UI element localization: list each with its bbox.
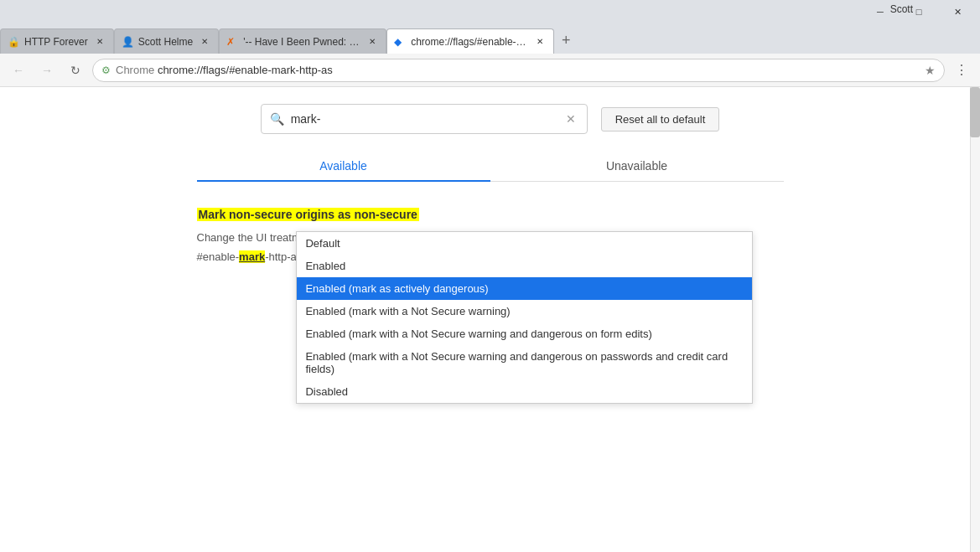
dropdown-option-enabled-not-secure[interactable]: Enabled (mark with a Not Secure warning)	[297, 300, 752, 322]
back-button[interactable]: ←	[7, 59, 30, 82]
menu-button[interactable]: ⋮	[950, 59, 973, 82]
flag-link-highlight: mark	[239, 250, 265, 263]
flag-anchor[interactable]: #enable-mark-http-as	[197, 250, 303, 263]
reload-button[interactable]: ↻	[64, 59, 87, 82]
dropdown-option-enabled-dangerous[interactable]: Enabled (mark as actively dangerous)	[297, 277, 752, 300]
address-lock-icon: ⚙	[101, 64, 111, 76]
address-origin: Chrome	[116, 64, 154, 76]
search-icon: 🔍	[270, 112, 284, 126]
tab-close-2[interactable]: ✕	[198, 35, 211, 49]
star-icon[interactable]: ★	[925, 64, 936, 77]
address-path: chrome://flags/#enable-mark-http-as	[158, 64, 333, 76]
close-button[interactable]: ✕	[938, 0, 977, 23]
tab-close-4[interactable]: ✕	[533, 35, 547, 49]
dropdown-option-default[interactable]: Default	[297, 232, 752, 255]
titlebar-user: Scott	[890, 3, 913, 15]
tab-http-forever[interactable]: 🔒 HTTP Forever ✕	[0, 28, 114, 54]
tab-scott-helme[interactable]: 👤 Scott Helme ✕	[114, 28, 219, 54]
dropdown-option-enabled-not-secure-form[interactable]: Enabled (mark with a Not Secure warning …	[297, 322, 752, 345]
tab-available[interactable]: Available	[197, 151, 490, 181]
tab-title-4: chrome://flags/#enable-m...	[411, 36, 528, 48]
flag-controls: Change the UI treatment for HTTP pages –…	[197, 231, 784, 264]
search-row: 🔍 ✕ Reset all to default	[261, 104, 720, 134]
reset-all-button[interactable]: Reset all to default	[601, 107, 720, 132]
navbar: ← → ↻ ⚙ Chrome chrome://flags/#enable-ma…	[0, 54, 980, 87]
tab-unavailable[interactable]: Unavailable	[490, 151, 784, 181]
titlebar-controls: ─ □ ✕	[861, 0, 977, 23]
dropdown-container: Default ▼ Default Enabled Enabled (mark …	[627, 231, 753, 255]
dropdown-option-enabled-not-secure-passwords[interactable]: Enabled (mark with a Not Secure warning …	[297, 345, 752, 380]
new-tab-button[interactable]: +	[554, 28, 578, 52]
tab-close-1[interactable]: ✕	[93, 35, 106, 49]
tab-hibp[interactable]: ✗ '-- Have I Been Pwned: Che... ✕	[219, 28, 386, 54]
scrollbar-thumb[interactable]	[970, 87, 980, 137]
tab-title-1: HTTP Forever	[24, 36, 88, 48]
forward-button[interactable]: →	[35, 59, 59, 82]
tabbar: 🔒 HTTP Forever ✕ 👤 Scott Helme ✕ ✗ '-- H…	[0, 23, 980, 54]
dropdown-list: Default Enabled Enabled (mark as activel…	[296, 231, 753, 404]
tab-close-3[interactable]: ✕	[366, 35, 379, 49]
search-clear-button[interactable]: ✕	[563, 111, 578, 126]
address-bar[interactable]: ⚙ Chrome chrome://flags/#enable-mark-htt…	[92, 59, 945, 82]
flag-link-prefix: #enable-	[197, 250, 240, 263]
tab-favicon-2: 👤	[122, 36, 133, 48]
tab-chrome-flags[interactable]: ◆ chrome://flags/#enable-m... ✕	[386, 28, 554, 54]
scrollbar-track[interactable]	[970, 87, 980, 552]
flag-section: Mark non-secure origins as non-secure Ch…	[197, 207, 784, 264]
search-box: 🔍 ✕	[261, 104, 588, 134]
tab-title-3: '-- Have I Been Pwned: Che...	[243, 36, 360, 48]
dropdown-option-disabled[interactable]: Disabled	[297, 380, 752, 403]
tab-favicon-1: 🔒	[8, 36, 19, 48]
tab-favicon-4: ◆	[394, 36, 406, 48]
content-tabs: Available Unavailable	[197, 151, 784, 182]
titlebar: Scott ─ □ ✕	[0, 0, 980, 23]
flag-title: Mark non-secure origins as non-secure	[197, 208, 419, 221]
tab-favicon-3: ✗	[226, 36, 238, 48]
address-text: Chrome chrome://flags/#enable-mark-http-…	[116, 64, 920, 76]
tab-title-2: Scott Helme	[138, 36, 193, 48]
search-input[interactable]	[291, 112, 557, 126]
dropdown-option-enabled[interactable]: Enabled	[297, 255, 752, 277]
main-content: 🔍 ✕ Reset all to default Available Unava…	[0, 87, 980, 552]
